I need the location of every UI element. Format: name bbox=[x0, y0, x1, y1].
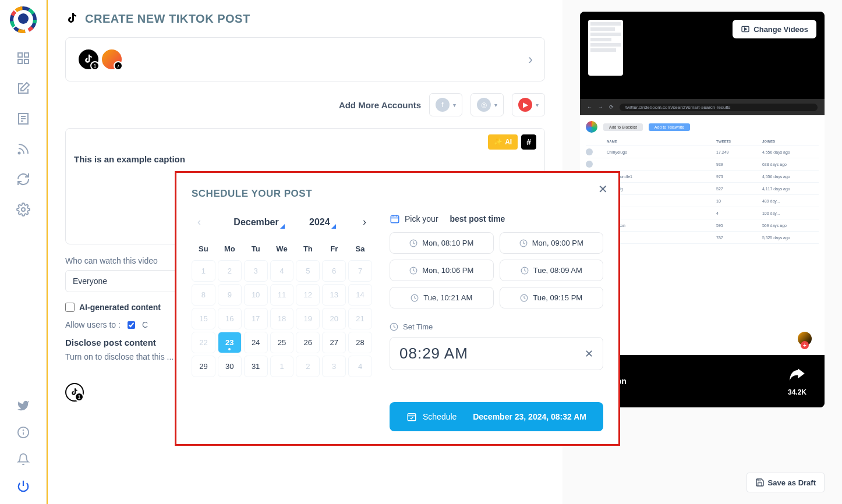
calendar-weekday: Sa bbox=[348, 240, 372, 258]
svg-point-13 bbox=[18, 152, 20, 154]
svg-point-17 bbox=[23, 430, 23, 431]
article-icon[interactable] bbox=[16, 112, 30, 126]
ai-badge[interactable]: ✨ AI bbox=[488, 134, 518, 150]
time-suggestion-chip[interactable]: Tue, 09:15 PM bbox=[500, 287, 604, 308]
calendar-day[interactable]: 5 bbox=[296, 260, 320, 282]
calendar-prev-icon[interactable]: ‹ bbox=[195, 214, 203, 230]
youtube-dropdown[interactable]: ▶▾ bbox=[512, 93, 545, 116]
avatar-count-badge: 1 bbox=[90, 61, 100, 70]
preview-browser-bar: ←→⟳ twitter.circleboom.com/search/smart-… bbox=[580, 99, 825, 115]
preview-table-row: rtins Okon595569 days ago bbox=[586, 219, 819, 232]
modal-close-icon[interactable]: ✕ bbox=[598, 182, 608, 196]
calendar-day[interactable]: 31 bbox=[244, 356, 268, 377]
calendar-day[interactable]: 17 bbox=[244, 308, 268, 329]
calendar-day[interactable]: 16 bbox=[218, 308, 242, 329]
calendar-day[interactable]: 24 bbox=[244, 332, 268, 353]
calendar-day[interactable]: 8 bbox=[192, 284, 215, 306]
calendar-day[interactable]: 13 bbox=[322, 284, 346, 306]
dashboard-icon[interactable] bbox=[16, 51, 30, 65]
time-suggestion-chip[interactable]: Mon, 09:00 PM bbox=[500, 232, 604, 254]
preview-table-row: etipha10489 day... bbox=[586, 195, 819, 207]
svg-rect-6 bbox=[24, 53, 29, 57]
calendar-day[interactable]: 3 bbox=[244, 260, 268, 282]
calendar-month[interactable]: December bbox=[234, 217, 278, 228]
recycle-icon[interactable] bbox=[16, 172, 30, 186]
power-icon[interactable] bbox=[17, 480, 30, 492]
calendar-day[interactable]: 2 bbox=[296, 356, 320, 377]
calendar-weekday: Mo bbox=[218, 240, 242, 258]
calendar-day[interactable]: 19 bbox=[296, 308, 320, 329]
hashtag-badge[interactable]: # bbox=[521, 134, 536, 150]
info-icon[interactable] bbox=[17, 426, 30, 439]
calendar-day[interactable]: 30 bbox=[218, 356, 242, 377]
calendar-day[interactable]: 11 bbox=[270, 284, 294, 306]
settings-icon[interactable] bbox=[16, 203, 30, 216]
calendar-day[interactable]: 4 bbox=[270, 260, 294, 282]
preview-table-row: vid Craig5274,117 days ago bbox=[586, 183, 819, 195]
calendar-icon bbox=[390, 214, 400, 224]
allow-c-checkbox[interactable] bbox=[128, 321, 135, 329]
schedule-confirm-button[interactable]: Schedule December 23, 2024, 08:32 AM bbox=[390, 402, 603, 431]
svg-point-14 bbox=[22, 208, 25, 211]
calendar-day[interactable]: 14 bbox=[348, 284, 372, 306]
chevron-right-icon: › bbox=[528, 51, 533, 68]
time-suggestion-chip[interactable]: Mon, 08:10 PM bbox=[390, 232, 494, 254]
calendar-day[interactable]: 12 bbox=[296, 284, 320, 306]
calendar-day[interactable]: 21 bbox=[348, 308, 372, 329]
calendar-day[interactable]: 2 bbox=[218, 260, 242, 282]
time-input[interactable]: 08:29 AM ✕ bbox=[390, 337, 603, 370]
sidebar bbox=[0, 0, 47, 504]
svg-rect-5 bbox=[18, 53, 22, 57]
calendar-day[interactable]: 18 bbox=[270, 308, 294, 329]
calendar-day[interactable]: 28 bbox=[348, 332, 372, 353]
add-accounts-label: Add More Accounts bbox=[339, 100, 421, 110]
pick-time-label: Pick your best post time bbox=[390, 214, 603, 224]
calendar-day[interactable]: 6 bbox=[322, 260, 346, 282]
mini-avatar-badge: 1 bbox=[75, 392, 84, 402]
facebook-dropdown[interactable]: f▾ bbox=[429, 93, 462, 116]
twitter-icon[interactable] bbox=[17, 399, 30, 412]
calendar-day[interactable]: 20 bbox=[322, 308, 346, 329]
save-draft-button[interactable]: Save as Draft bbox=[747, 473, 825, 492]
time-suggestion-chip[interactable]: Mon, 10:06 PM bbox=[390, 260, 494, 281]
compose-icon[interactable] bbox=[16, 81, 30, 95]
time-suggestion-chip[interactable]: Tue, 10:21 AM bbox=[390, 287, 494, 308]
calendar-day[interactable]: 22 bbox=[192, 332, 215, 353]
calendar-day[interactable]: 29 bbox=[192, 356, 215, 377]
calendar-weekday: Th bbox=[296, 240, 320, 258]
instagram-dropdown[interactable]: ◎▾ bbox=[470, 93, 504, 116]
calendar-year[interactable]: 2024 bbox=[309, 217, 330, 228]
calendar-day[interactable]: 10 bbox=[244, 284, 268, 306]
calendar-day[interactable]: 25 bbox=[270, 332, 294, 353]
rss-icon[interactable] bbox=[16, 142, 30, 156]
app-logo[interactable] bbox=[9, 6, 37, 34]
calendar-day[interactable]: 7 bbox=[348, 260, 372, 282]
calendar-day[interactable]: 4 bbox=[348, 356, 372, 377]
svg-rect-8 bbox=[24, 59, 29, 63]
calendar-day[interactable]: 26 bbox=[296, 332, 320, 353]
preview-table-row: 939638 days ago bbox=[586, 158, 819, 171]
share-icon bbox=[787, 366, 807, 386]
allow-users-label: Allow users to : bbox=[65, 320, 121, 329]
mini-account-avatar[interactable]: 1 bbox=[65, 383, 84, 402]
calendar-weekday: Fr bbox=[322, 240, 346, 258]
ai-generated-checkbox[interactable] bbox=[65, 303, 75, 312]
calendar: ‹ December 2024 › SuMoTuWeThFrSa12345678… bbox=[192, 214, 372, 431]
time-clear-icon[interactable]: ✕ bbox=[585, 347, 593, 360]
bell-icon[interactable] bbox=[17, 453, 30, 466]
preview-side-actions: + bbox=[797, 331, 813, 355]
time-suggestion-chip[interactable]: Tue, 08:09 AM bbox=[500, 260, 604, 281]
calendar-next-icon[interactable]: › bbox=[360, 214, 369, 230]
calendar-day[interactable]: 27 bbox=[322, 332, 346, 353]
account-selector-card[interactable]: 1 ♪ › bbox=[65, 37, 545, 81]
account-avatar-1: 1 bbox=[77, 48, 100, 70]
calendar-day[interactable]: 3 bbox=[322, 356, 346, 377]
change-videos-button[interactable]: Change Videos bbox=[733, 20, 816, 38]
svg-rect-7 bbox=[18, 59, 22, 63]
calendar-day[interactable]: 9 bbox=[218, 284, 242, 306]
preview-table-row: emere7875,325 days ago bbox=[586, 232, 819, 244]
calendar-day[interactable]: 23 bbox=[218, 332, 242, 353]
calendar-day[interactable]: 1 bbox=[270, 356, 294, 377]
calendar-day[interactable]: 15 bbox=[192, 308, 215, 329]
calendar-day[interactable]: 1 bbox=[192, 260, 215, 282]
